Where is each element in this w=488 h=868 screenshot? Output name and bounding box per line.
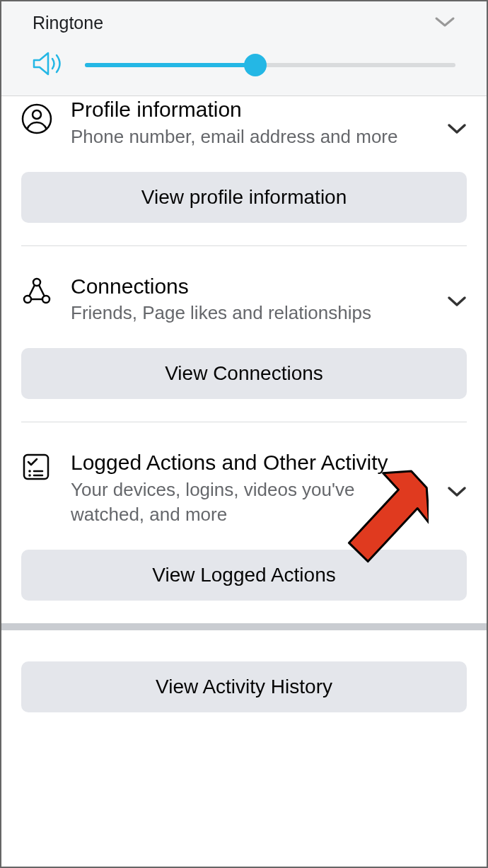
volume-slider-fill — [85, 63, 255, 67]
section-profile-title: Profile information — [71, 96, 433, 123]
view-logged-actions-button[interactable]: View Logged Actions — [21, 550, 467, 601]
chevron-down-icon — [447, 273, 467, 310]
svg-point-6 — [28, 470, 31, 473]
section-logged-text: Logged Actions and Other Activity Your d… — [61, 449, 447, 527]
ringtone-header[interactable]: Ringtone — [1, 13, 487, 33]
logged-actions-icon — [21, 449, 61, 485]
section-connections[interactable]: Connections Friends, Page likes and rela… — [1, 266, 487, 326]
view-activity-history-button[interactable]: View Activity History — [21, 661, 467, 712]
volume-row — [1, 50, 487, 80]
svg-point-1 — [33, 110, 41, 119]
divider — [21, 245, 467, 246]
section-profile-text: Profile information Phone number, email … — [61, 100, 447, 149]
chevron-down-icon — [447, 449, 467, 500]
section-logged-subtitle: Your devices, logins, videos you've watc… — [71, 478, 433, 527]
profile-icon — [21, 100, 61, 137]
chevron-down-icon — [447, 100, 467, 137]
chevron-down-icon — [434, 16, 455, 31]
volume-slider-thumb[interactable] — [244, 54, 267, 76]
svg-point-2 — [33, 279, 40, 286]
section-connections-subtitle: Friends, Page likes and relationships — [71, 301, 433, 325]
section-divider — [1, 623, 487, 630]
section-logged-title: Logged Actions and Other Activity — [71, 449, 433, 476]
view-connections-button[interactable]: View Connections — [21, 348, 467, 399]
svg-point-3 — [24, 296, 31, 303]
section-connections-text: Connections Friends, Page likes and rela… — [61, 273, 447, 326]
section-logged[interactable]: Logged Actions and Other Activity Your d… — [1, 442, 487, 527]
volume-slider[interactable] — [85, 63, 455, 67]
content: Profile information Phone number, email … — [1, 96, 487, 712]
connections-icon — [21, 273, 61, 310]
divider — [21, 422, 467, 422]
view-profile-button[interactable]: View profile information — [21, 172, 467, 223]
section-profile-subtitle: Phone number, email address and more — [71, 125, 433, 149]
ringtone-panel: Ringtone — [1, 1, 487, 96]
section-profile[interactable]: Profile information Phone number, email … — [1, 96, 487, 149]
ringtone-label: Ringtone — [33, 13, 103, 33]
speaker-icon — [33, 50, 65, 80]
section-connections-title: Connections — [71, 273, 433, 300]
svg-point-8 — [28, 474, 31, 477]
svg-point-4 — [42, 296, 50, 303]
